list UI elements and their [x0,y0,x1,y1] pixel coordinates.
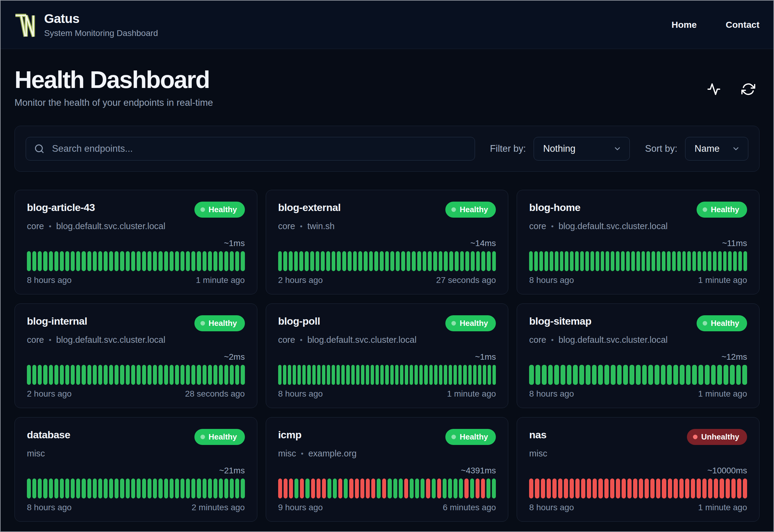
history-bar[interactable] [355,478,359,498]
history-bar[interactable] [317,478,320,498]
history-bar[interactable] [639,478,643,498]
history-bar[interactable] [358,251,362,271]
history-bar[interactable] [449,251,453,271]
history-bar[interactable] [76,365,80,385]
history-bar[interactable] [390,251,394,271]
history-bar[interactable] [552,478,557,498]
history-bar[interactable] [432,478,436,498]
history-bar[interactable] [592,365,597,385]
history-bar[interactable] [742,365,747,385]
history-bar[interactable] [153,365,157,385]
history-bar[interactable] [104,251,108,271]
history-bar[interactable] [534,251,538,271]
history-bar[interactable] [137,251,141,271]
history-bar[interactable] [120,365,124,385]
history-bar[interactable] [426,478,430,498]
history-bar[interactable] [385,251,389,271]
history-bar[interactable] [529,478,533,498]
history-bar[interactable] [415,365,418,385]
history-bar[interactable] [743,478,747,498]
history-bar[interactable] [360,478,364,498]
history-bar[interactable] [593,478,597,498]
search-input[interactable] [26,137,475,161]
history-bar[interactable] [586,365,590,385]
history-bar[interactable] [724,365,728,385]
history-bar[interactable] [723,251,727,271]
history-bar[interactable] [298,365,301,385]
history-bar[interactable] [104,478,108,498]
history-bar[interactable] [448,478,452,498]
history-bar[interactable] [294,478,298,498]
history-bar[interactable] [424,365,428,385]
history-bar[interactable] [191,251,195,271]
history-bar[interactable] [458,365,462,385]
history-bar[interactable] [305,478,309,498]
history-bar[interactable] [395,365,398,385]
history-bar[interactable] [464,478,468,498]
history-bar[interactable] [604,365,609,385]
history-bar[interactable] [361,365,364,385]
history-bar[interactable] [317,365,320,385]
endpoint-card[interactable]: blog-external Healthy core • twin.sh ~14… [266,190,509,294]
history-bar[interactable] [332,251,336,271]
history-bar[interactable] [333,478,337,498]
history-bar[interactable] [488,365,491,385]
history-bar[interactable] [366,478,370,498]
history-bar[interactable] [481,478,485,498]
history-bar[interactable] [27,478,31,498]
history-bar[interactable] [213,251,217,271]
history-bar[interactable] [558,478,562,498]
history-bar[interactable] [351,365,355,385]
history-bar[interactable] [197,251,201,271]
history-bar[interactable] [627,478,632,498]
history-bar[interactable] [410,365,413,385]
history-bar[interactable] [153,478,157,498]
history-bar[interactable] [439,251,443,271]
history-bar[interactable] [390,365,394,385]
history-bar[interactable] [730,365,735,385]
nav-link-home[interactable]: Home [672,20,697,30]
history-bar[interactable] [733,251,737,271]
history-bar[interactable] [677,251,681,271]
history-bar[interactable] [415,478,419,498]
history-bar[interactable] [180,478,184,498]
history-bar[interactable] [346,365,350,385]
history-bar[interactable] [555,251,558,271]
history-bar[interactable] [470,478,474,498]
history-bar[interactable] [208,478,212,498]
history-bar[interactable] [471,251,475,271]
history-bar[interactable] [164,251,168,271]
history-bar[interactable] [148,478,151,498]
history-bar[interactable] [65,251,69,271]
history-bar[interactable] [289,478,293,498]
history-bar[interactable] [610,478,614,498]
history-bar[interactable] [170,251,174,271]
history-bar[interactable] [529,251,533,271]
history-bar[interactable] [437,478,441,498]
history-bar[interactable] [332,365,335,385]
history-bar[interactable] [560,251,564,271]
history-bar[interactable] [278,478,282,498]
history-bar[interactable] [685,478,689,498]
refresh-icon[interactable] [741,82,755,96]
history-bar[interactable] [573,365,578,385]
history-bar[interactable] [674,478,678,498]
history-bar[interactable] [219,251,223,271]
history-bar[interactable] [633,478,637,498]
history-bar[interactable] [428,251,432,271]
history-bar[interactable] [230,478,234,498]
history-bar[interactable] [60,251,64,271]
history-bar[interactable] [439,365,442,385]
history-bar[interactable] [617,365,622,385]
history-bar[interactable] [622,478,626,498]
history-bar[interactable] [483,365,486,385]
history-bar[interactable] [682,251,686,271]
history-bar[interactable] [708,478,712,498]
history-bar[interactable] [399,478,403,498]
history-bar[interactable] [476,478,480,498]
history-bar[interactable] [714,478,718,498]
history-bar[interactable] [731,478,736,498]
history-bar[interactable] [478,365,481,385]
endpoint-card[interactable]: database Healthy misc ~21ms 8 hours ago … [15,417,257,522]
history-bar[interactable] [650,478,655,498]
